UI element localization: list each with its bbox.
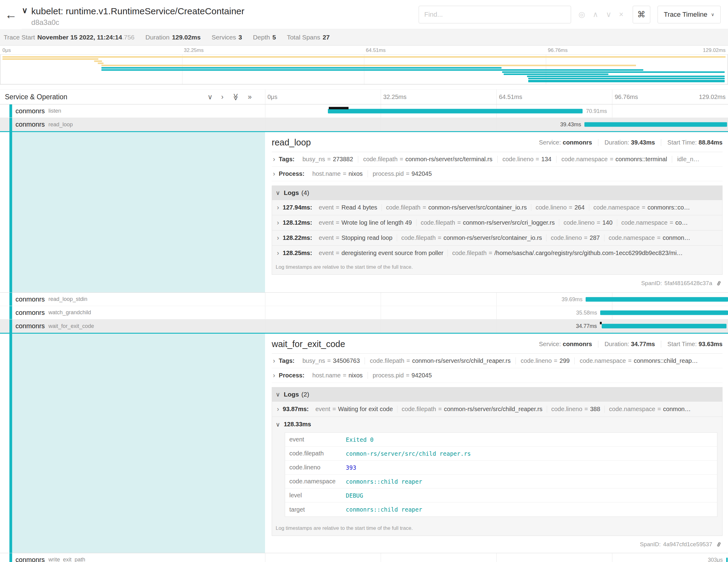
keyboard-shortcuts-button[interactable]: ⌘	[633, 6, 650, 23]
span-bar[interactable]	[328, 109, 583, 113]
view-selector-button[interactable]: Trace Timeline ∨	[658, 6, 721, 23]
expand-all-icon[interactable]: »	[248, 94, 252, 100]
duration-item: Duration129.02ms	[145, 34, 201, 41]
operation-name: read_loop_stdin	[49, 296, 87, 302]
span-bar[interactable]	[602, 324, 727, 329]
process-row[interactable]: › Process: host.name=nixos process.pid=9…	[272, 368, 723, 383]
equals-sign: =	[597, 219, 600, 226]
minimap-tick: 0μs	[2, 47, 11, 53]
equals-sign: =	[343, 372, 346, 379]
span-timeline-cell[interactable]: 70.91ms	[265, 104, 728, 118]
logs-count: (4)	[301, 189, 309, 196]
span-name-cell[interactable]: conmonrs read_loop	[0, 118, 265, 131]
span-name-cell[interactable]: conmonrs watch_grandchild	[0, 306, 265, 319]
log-entry-expanded-header[interactable]: ∨ 128.33ms	[272, 417, 722, 432]
log-field: code.lineno=140	[559, 219, 617, 226]
detail-gutter	[0, 132, 9, 292]
span-name-cell[interactable]: conmonrs write_exit_path	[0, 553, 265, 562]
chevron-down-icon: ∨	[711, 12, 714, 17]
minimap-span-segment	[528, 78, 725, 79]
logs-header[interactable]: ∨ Logs (2)	[272, 387, 722, 401]
collapse-all-icon[interactable]: ≫	[232, 93, 239, 100]
span-name-cell[interactable]: conmonrs read_loop_stdin	[0, 293, 265, 306]
log-entry[interactable]: › 127.94ms: event=Read 4 bytes code.file…	[272, 200, 722, 215]
span-timeline-cell[interactable]: 39.43ms	[265, 118, 728, 131]
tag-key: busy_ns	[302, 156, 325, 163]
detail-accent-panel	[9, 334, 265, 553]
field-key: code.filepath	[402, 406, 436, 413]
tag-key: busy_ns	[302, 357, 325, 364]
next-result-icon[interactable]: ∨	[606, 11, 611, 18]
trace-id: d8a3a0c	[31, 18, 244, 27]
tag-pair: process.pid=942045	[368, 170, 437, 177]
log-timestamp: 127.94ms:	[283, 204, 312, 211]
field-value: Wrote log line of length 49	[342, 219, 412, 226]
equals-sign: =	[407, 357, 410, 364]
detail-duration: Duration:34.77ms	[598, 341, 655, 348]
logs-header[interactable]: ∨ Logs (4)	[272, 186, 722, 200]
field-value: DEBUG	[346, 492, 717, 499]
span-timeline-cell[interactable]: 39.69ms	[265, 293, 728, 306]
log-field: code.filepath=/home/sascha/.cargo/regist…	[447, 250, 687, 257]
expand-one-icon[interactable]: ›	[221, 94, 223, 100]
log-entry[interactable]: › 128.22ms: event=Stopping read loop cod…	[272, 230, 722, 245]
field-key: event	[319, 219, 334, 226]
find-input[interactable]	[419, 6, 571, 23]
chevron-right-icon: ›	[273, 358, 275, 364]
collapse-one-icon[interactable]: ∨	[208, 94, 213, 100]
span-duration-label: 35.58ms	[576, 309, 597, 316]
span-row-read-loop-stdin[interactable]: conmonrs read_loop_stdin 39.69ms	[0, 293, 728, 306]
tags-row[interactable]: › Tags: busy_ns=273882 code.filepath=con…	[272, 152, 723, 167]
span-indent-guide	[9, 104, 12, 118]
field-key: code.namespace	[285, 478, 346, 485]
span-row-watch-grandchild[interactable]: conmonrs watch_grandchild 35.58ms	[0, 306, 728, 319]
field-value: Stopping read loop	[342, 234, 393, 241]
field-value: Waiting for exit code	[338, 406, 393, 413]
collapse-controls: ∨ › ≫ »	[199, 94, 252, 100]
minimap-tick: 129.02ms	[703, 47, 726, 53]
tag-value: conmon-rs/server/src/terminal.rs	[405, 156, 492, 163]
tag-key: process.pid	[373, 372, 404, 379]
tag-value: conmonrs::child_reap…	[634, 357, 698, 364]
log-entry[interactable]: › 128.12ms: event=Wrote log line of leng…	[272, 215, 722, 230]
prev-result-icon[interactable]: ∧	[593, 11, 598, 18]
log-entry[interactable]: › 93.87ms: event=Waiting for exit code c…	[272, 401, 722, 417]
tags-label: Tags:	[279, 156, 294, 163]
back-button[interactable]: ←	[0, 0, 22, 29]
focus-results-icon[interactable]: ◎	[579, 11, 585, 18]
span-timeline-cell[interactable]: 34.77ms	[265, 319, 728, 333]
trace-summary-bar: Trace StartNovember 15 2022, 11:24:14.75…	[0, 29, 728, 46]
span-indent-guide	[9, 293, 12, 306]
link-icon[interactable]	[715, 541, 723, 548]
span-row-read-loop[interactable]: conmonrs read_loop 39.43ms	[0, 118, 728, 132]
tags-row[interactable]: › Tags: busy_ns=34506763 code.filepath=c…	[272, 354, 723, 368]
tag-pair: code.lineno=134	[497, 156, 556, 163]
timeline-minimap: 0μs 32.25ms 64.51ms 96.76ms 129.02ms	[0, 46, 728, 84]
minimap-span-segment	[94, 60, 102, 62]
span-row-wait-for-exit-code[interactable]: conmonrs wait_for_exit_code 34.77ms	[0, 319, 728, 334]
minimap-canvas[interactable]	[0, 54, 728, 84]
clear-search-icon[interactable]: ×	[619, 11, 624, 18]
span-bar[interactable]	[726, 557, 728, 562]
timeline-tick: 129.02ms	[699, 94, 726, 100]
detail-title: read_loop	[272, 138, 311, 148]
process-row[interactable]: › Process: host.name=nixos process.pid=9…	[272, 167, 723, 181]
span-row-listen[interactable]: conmonrs listen 70.91ms	[0, 104, 728, 118]
field-value: conmon…	[663, 406, 691, 413]
span-timeline-cell[interactable]: 303μs	[265, 553, 728, 562]
minimap-span-segment	[527, 76, 725, 77]
span-name-cell[interactable]: conmonrs listen	[0, 104, 265, 118]
span-bar[interactable]	[586, 297, 728, 301]
tag-pair: code.lineno=299	[515, 357, 574, 364]
span-row-write-exit-path[interactable]: conmonrs write_exit_path 303μs	[0, 553, 728, 562]
link-icon[interactable]	[715, 280, 723, 287]
span-name-cell[interactable]: conmonrs wait_for_exit_code	[0, 319, 265, 333]
equals-sign: =	[670, 219, 673, 226]
trace-start-item: Trace StartNovember 15 2022, 11:24:14.75…	[4, 34, 134, 41]
log-entry[interactable]: › 128.25ms: event=deregistering event so…	[272, 245, 722, 261]
span-timeline-cell[interactable]: 35.58ms	[265, 306, 728, 319]
span-bar[interactable]	[600, 310, 728, 315]
span-bar[interactable]	[584, 122, 727, 127]
collapse-trace-header-icon[interactable]: ∨	[22, 6, 28, 15]
timeline-tick: 64.51ms	[499, 94, 522, 100]
